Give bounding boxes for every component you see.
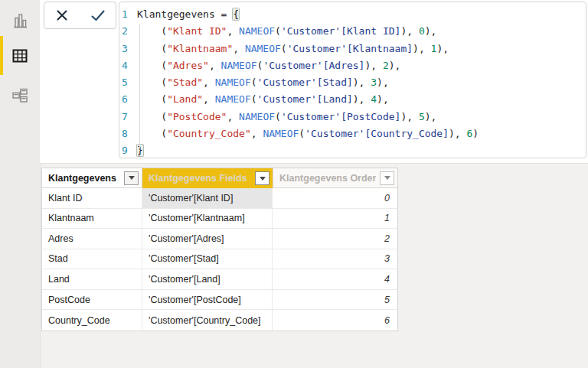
code-line-3[interactable]: 3 ("Klantnaam", NAMEOF('Customer'[Klantn… [119,41,586,57]
model-view-button[interactable] [0,80,40,112]
token-plain: ) [472,128,479,139]
column-header-0[interactable]: Klantgegevens [42,168,142,188]
code-line-8[interactable]: 8 ("Country_Code", NAMEOF('Customer'[Cou… [119,125,586,142]
token-plain: ( [137,60,167,71]
cell-order[interactable]: 2 [273,229,397,249]
column-filter-dropdown[interactable] [255,171,270,185]
line-number: 9 [119,142,129,158]
code-line-1[interactable]: 1Klantgegevens = { [119,6,586,23]
token-plain: ), [353,93,371,105]
table-row: Land'Customer'[Land]4 [42,269,397,290]
cell-name[interactable]: Klant ID [42,188,142,208]
token-string: "PostCode" [167,111,227,122]
cell-field[interactable]: 'Customer'[Country_Code] [142,310,273,331]
token-plain: , [227,111,239,122]
column-header-2[interactable]: Klantgegevens Order [273,168,397,188]
token-plain: , [203,77,215,88]
token-plain: ( [137,93,167,105]
cell-name[interactable]: Adres [42,229,142,249]
token-plain: ( [275,111,281,122]
table-row: Adres'Customer'[Adres]2 [42,229,397,249]
token-string: "Klantnaam" [167,43,233,54]
table-row: Klant ID'Customer'[Klant ID]0 [42,188,397,209]
x-icon [54,8,70,23]
token-plain: ( [251,77,257,88]
token-string: "Klant ID" [167,25,227,37]
token-num: 0 [419,25,425,37]
cancel-formula-button[interactable] [44,2,80,28]
cell-order[interactable]: 1 [273,209,397,229]
cell-name[interactable]: Klantnaam [42,209,142,229]
column-filter-dropdown[interactable] [124,171,139,185]
token-plain: ), [389,60,401,71]
token-plain: , [203,93,215,105]
token-ref: 'Customer'[Klant ID] [281,25,401,37]
bar-chart-icon [11,11,29,30]
token-string: "Adres" [167,60,209,71]
token-func: NAMEOF [215,93,251,105]
token-brace: { [233,8,239,20]
cell-name[interactable]: PostCode [42,290,142,310]
column-filter-dropdown[interactable] [380,171,394,185]
code-line-2[interactable]: 2 ("Klant ID", NAMEOF('Customer'[Klant I… [119,23,586,40]
data-view-button[interactable] [0,40,40,72]
cell-name[interactable]: Country_Code [42,310,142,331]
cell-name[interactable]: Land [42,269,142,289]
model-icon [11,86,29,105]
code-line-9[interactable]: 9} [119,142,586,158]
code-text: ("Country_Code", NAMEOF('Customer'[Count… [129,125,479,142]
token-plain: ), [353,77,371,88]
table-body: Klant ID'Customer'[Klant ID]0Klantnaam'C… [42,188,397,331]
column-header-1[interactable]: Klantgegevens Fields [142,168,273,188]
cell-field[interactable]: 'Customer'[Land] [142,269,273,289]
token-string: "Country_Code" [167,128,251,139]
table-grid-icon [11,47,29,65]
cell-field[interactable]: 'Customer'[Adres] [142,229,273,249]
view-sidebar [0,0,41,368]
code-text: ("Stad", NAMEOF('Customer'[Stad]), 3), [129,74,389,91]
cell-name[interactable]: Stad [42,249,142,269]
data-table: KlantgegevensKlantgegevens FieldsKlantge… [41,168,398,331]
column-header-label: Klantgegevens Order [279,173,376,184]
token-plain: , [227,25,239,37]
report-view-button[interactable] [0,5,40,37]
line-number: 1 [119,6,129,23]
token-func: NAMEOF [239,111,275,122]
dax-editor[interactable]: 1Klantgegevens = {2 ("Klant ID", NAMEOF(… [119,2,586,158]
code-line-7[interactable]: 7 ("PostCode", NAMEOF('Customer'[PostCod… [119,109,586,125]
token-num: 5 [419,111,425,122]
cell-order[interactable]: 6 [273,310,397,331]
chevron-down-icon [260,177,266,181]
token-ref: 'Customer'[Adres] [263,60,364,71]
cell-field[interactable]: 'Customer'[Klantnaam] [142,209,273,229]
token-plain: Klantgegevens = [137,8,233,20]
code-text: ("Adres", NAMEOF('Customer'[Adres]), 2), [129,57,400,74]
cell-order[interactable]: 4 [273,269,397,289]
code-text: } [129,142,143,158]
token-plain: , [251,128,263,139]
column-header-label: Klantgegevens [48,173,116,184]
token-ref: 'Customer'[Country_Code] [305,128,449,139]
cell-field[interactable]: 'Customer'[Klant ID] [142,188,273,208]
code-text: ("Klantnaam", NAMEOF('Customer'[Klantnaa… [129,41,449,57]
token-plain: ( [137,43,167,54]
cell-field[interactable]: 'Customer'[PostCode] [142,290,273,310]
commit-formula-button[interactable] [80,2,116,28]
code-line-5[interactable]: 5 ("Stad", NAMEOF('Customer'[Stad]), 3), [119,74,586,91]
line-number: 2 [119,23,129,40]
line-number: 3 [119,41,129,57]
token-ref: 'Customer'[PostCode] [281,111,401,122]
token-ref: 'Customer'[Klantnaam] [287,43,413,54]
code-line-4[interactable]: 4 ("Adres", NAMEOF('Customer'[Adres]), 2… [119,57,586,74]
cell-order[interactable]: 3 [273,249,397,269]
cell-order[interactable]: 5 [273,290,397,310]
code-text: ("Klant ID", NAMEOF('Customer'[Klant ID]… [129,23,436,40]
token-plain: ( [137,128,167,139]
token-plain: ( [275,25,281,37]
cell-field[interactable]: 'Customer'[Stad] [142,249,273,269]
token-plain: ), [425,111,437,122]
token-ref: 'Customer'[Land] [257,93,353,105]
code-line-6[interactable]: 6 ("Land", NAMEOF('Customer'[Land]), 4), [119,91,586,108]
cell-order[interactable]: 0 [273,188,397,208]
token-func: NAMEOF [263,128,299,139]
